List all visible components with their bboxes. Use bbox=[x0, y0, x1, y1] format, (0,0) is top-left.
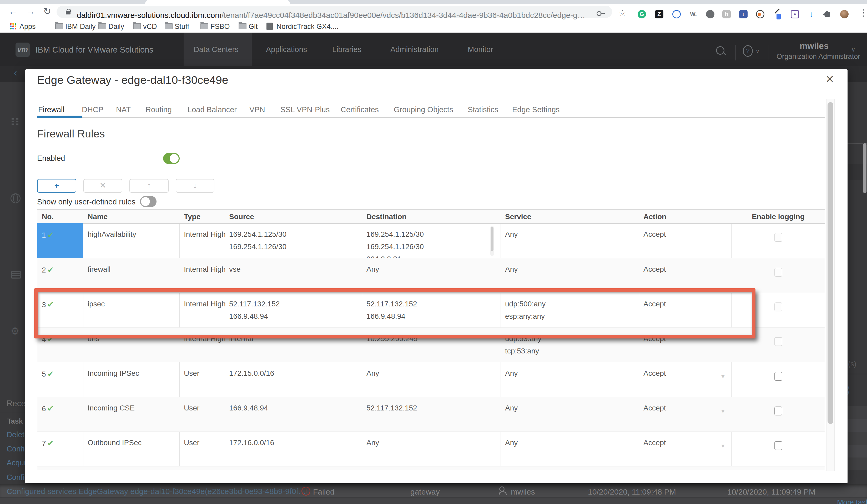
rule-source: vse bbox=[229, 265, 241, 274]
tab-certificates[interactable]: Certificates bbox=[341, 105, 379, 114]
circle-extension-icon[interactable] bbox=[706, 10, 715, 19]
move-rule-up-button[interactable]: ↑ bbox=[129, 179, 169, 193]
action-dropdown-caret-icon[interactable]: ▼ bbox=[720, 373, 726, 380]
grammarly-extension-icon[interactable]: G bbox=[638, 10, 646, 19]
arrow-extension-icon[interactable]: ↓ bbox=[807, 10, 815, 19]
w-extension-icon[interactable]: W. bbox=[689, 10, 698, 19]
nav-item-administration[interactable]: Administration bbox=[390, 45, 439, 54]
honey-extension-icon[interactable]: h bbox=[722, 10, 731, 19]
folder-icon bbox=[165, 23, 173, 29]
sidebar-network-icon[interactable] bbox=[11, 194, 21, 204]
firewall-enabled-toggle[interactable] bbox=[163, 153, 180, 164]
table-row[interactable]: 2✔ firewall Internal High vse Any Any Ac… bbox=[38, 258, 825, 293]
clock-extension-icon[interactable] bbox=[791, 10, 799, 19]
tab-vpn[interactable]: VPN bbox=[249, 105, 265, 114]
colorpicker-extension-icon[interactable] bbox=[773, 10, 782, 19]
apps-grid-icon[interactable] bbox=[10, 23, 16, 30]
bookmark-stuff[interactable]: Stuff bbox=[175, 23, 189, 31]
bookmark-daily[interactable]: Daily bbox=[108, 23, 124, 31]
browser-active-tab[interactable] bbox=[145, 0, 290, 4]
page-scrollbar-thumb[interactable] bbox=[863, 143, 866, 193]
annotation-highlight-box bbox=[34, 288, 756, 338]
zotero-extension-icon[interactable]: Z bbox=[655, 10, 663, 19]
dialog-scrollbar-thumb[interactable] bbox=[827, 102, 833, 424]
url-text[interactable]: daldir01.vmware-solutions.cloud.ibm.com/… bbox=[77, 11, 587, 20]
password-key-icon[interactable] bbox=[597, 11, 602, 16]
tab-edge-settings[interactable]: Edge Settings bbox=[512, 105, 560, 114]
browser-menu-icon[interactable]: ⋮ bbox=[859, 7, 867, 18]
bookmark-apps[interactable]: Apps bbox=[20, 23, 36, 31]
back-button[interactable]: ← bbox=[8, 6, 18, 17]
selected-row-number-cell[interactable] bbox=[38, 223, 83, 258]
nav-item-applications[interactable]: Applications bbox=[266, 45, 307, 54]
username[interactable]: mwiles bbox=[800, 41, 828, 51]
enable-logging-checkbox[interactable] bbox=[774, 303, 782, 311]
tab-grouping-objects[interactable]: Grouping Objects bbox=[394, 105, 453, 114]
bookmark-ibm-daily[interactable]: IBM Daily bbox=[65, 23, 96, 31]
show-user-rules-toggle[interactable] bbox=[140, 196, 157, 207]
table-row[interactable]: 5✔ Incoming IPSec User 172.15.0.0/16 Any… bbox=[38, 362, 825, 397]
rule-action[interactable]: Accept bbox=[643, 404, 666, 412]
delete-rule-button[interactable]: ✕ bbox=[83, 179, 122, 193]
cell-scrollbar-thumb[interactable] bbox=[491, 227, 493, 251]
tab-statistics[interactable]: Statistics bbox=[468, 105, 498, 114]
tab-routing[interactable]: Routing bbox=[146, 105, 172, 114]
sidebar-datacenter-icon[interactable] bbox=[12, 118, 14, 120]
tab-ssl-vpn-plus[interactable]: SSL VPN-Plus bbox=[280, 105, 330, 114]
reload-button[interactable]: ↻ bbox=[43, 6, 51, 17]
rule-action[interactable]: Accept bbox=[643, 369, 666, 377]
table-row[interactable]: 7✔ Outbound IPSec User 172.16.0.0/16 Any… bbox=[38, 431, 825, 467]
enable-logging-checkbox[interactable] bbox=[774, 406, 782, 415]
divider bbox=[0, 412, 25, 412]
action-dropdown-caret-icon[interactable]: ▼ bbox=[720, 408, 726, 414]
tab-load-balancer[interactable]: Load Balancer bbox=[188, 105, 237, 114]
table-row[interactable]: 6✔ Incoming CSE User 166.9.48.94 52.117.… bbox=[38, 397, 825, 432]
help-icon[interactable]: ? bbox=[743, 45, 753, 57]
lock-extension-icon[interactable] bbox=[672, 10, 681, 19]
dialog-scrollbar[interactable] bbox=[826, 99, 835, 471]
rule-action[interactable]: Accept bbox=[643, 439, 666, 447]
nav-item-data-centers[interactable]: Data Centers bbox=[194, 45, 238, 54]
add-rule-button[interactable]: + bbox=[37, 179, 76, 193]
folder-icon bbox=[201, 23, 208, 29]
sidebar-settings-gear-icon[interactable]: ⚙ bbox=[11, 325, 20, 337]
rule-enabled-check-icon: ✔ bbox=[47, 404, 54, 413]
bookmark-star-icon[interactable]: ☆ bbox=[619, 8, 626, 18]
tab-nat[interactable]: NAT bbox=[116, 105, 131, 114]
extensions-puzzle-icon[interactable] bbox=[823, 10, 832, 19]
rule-service: Any bbox=[505, 439, 518, 447]
nav-item-libraries[interactable]: Libraries bbox=[332, 45, 362, 54]
task-panel-footer: More tasks bbox=[0, 497, 867, 504]
bookmark-git[interactable]: Glt bbox=[249, 23, 258, 31]
sidebar-storage-icon[interactable] bbox=[11, 271, 21, 278]
action-dropdown-caret-icon[interactable]: ▼ bbox=[720, 443, 726, 449]
task-link[interactable]: Acqui bbox=[7, 459, 26, 467]
enable-logging-checkbox[interactable] bbox=[774, 337, 782, 346]
enable-logging-checkbox[interactable] bbox=[774, 372, 782, 381]
dot-extension-icon[interactable] bbox=[756, 10, 764, 19]
tab-firewall[interactable]: Firewall bbox=[38, 105, 64, 114]
download-extension-icon[interactable]: ↓ bbox=[739, 10, 748, 19]
bookmark-fsbo[interactable]: FSBO bbox=[211, 23, 230, 31]
close-icon[interactable]: ✕ bbox=[825, 73, 834, 85]
vmware-logo[interactable]: vm bbox=[15, 43, 30, 57]
table-row[interactable]: 1✔ highAvailability Internal High 169.25… bbox=[38, 223, 825, 258]
nav-item-monitor[interactable]: Monitor bbox=[468, 45, 493, 54]
tab-dhcp[interactable]: DHCP bbox=[82, 105, 103, 114]
forward-button[interactable]: → bbox=[26, 6, 35, 17]
bookmark-vcd[interactable]: vCD bbox=[143, 23, 157, 31]
search-icon[interactable] bbox=[716, 46, 725, 55]
more-tasks-link[interactable]: More tasks bbox=[837, 498, 867, 504]
sidebar-collapse-icon[interactable]: ‹ bbox=[14, 67, 17, 79]
enable-logging-checkbox[interactable] bbox=[774, 268, 782, 277]
user-menu-chevron-icon[interactable]: ∨ bbox=[851, 46, 855, 53]
rule-destination: 169.254.1.125/30 bbox=[366, 230, 424, 239]
move-rule-down-button[interactable]: ↓ bbox=[176, 179, 214, 193]
bookmark-nordictrack[interactable]: NordicTrack GX4.... bbox=[277, 23, 339, 31]
cell-scrollbar[interactable] bbox=[490, 226, 494, 256]
task-name-link[interactable]: Configured services EdgeGateway edge-dal… bbox=[7, 487, 306, 496]
avatar[interactable] bbox=[840, 10, 848, 19]
enable-logging-checkbox[interactable] bbox=[774, 441, 782, 450]
toggle-knob bbox=[141, 197, 150, 206]
enable-logging-checkbox[interactable] bbox=[774, 233, 782, 242]
